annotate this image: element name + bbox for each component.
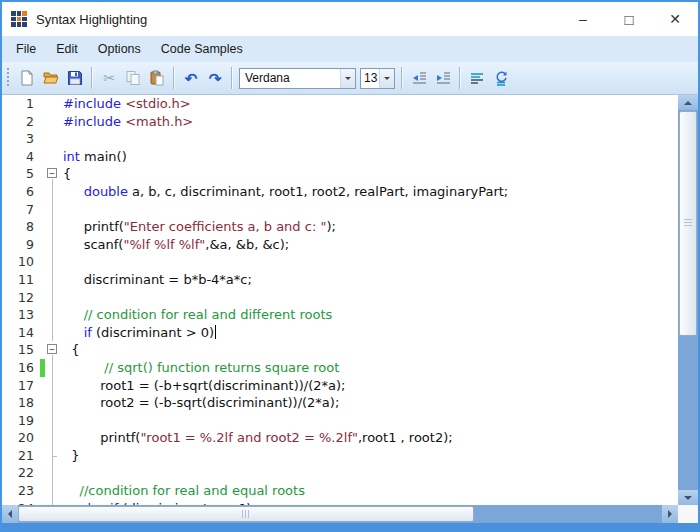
- vertical-scroll-thumb[interactable]: [679, 111, 697, 336]
- scroll-right-button[interactable]: [662, 505, 678, 523]
- line-number[interactable]: 14: [2, 324, 40, 342]
- line-number[interactable]: 11: [2, 271, 40, 289]
- code-line[interactable]: 2#include <math.h>: [2, 113, 678, 131]
- code-line[interactable]: 17 root1 = (-b+sqrt(discriminant))/(2*a)…: [2, 377, 678, 395]
- horizontal-scroll-thumb[interactable]: [18, 506, 474, 522]
- code-text[interactable]: // condition for real and different root…: [61, 306, 332, 324]
- clear-highlight-button[interactable]: [489, 66, 513, 90]
- menu-edit[interactable]: Edit: [46, 36, 88, 62]
- code-text[interactable]: #include <stdio.h>: [61, 95, 191, 113]
- line-number[interactable]: 18: [2, 394, 40, 412]
- scroll-left-button[interactable]: [2, 505, 18, 523]
- code-text[interactable]: [61, 201, 63, 219]
- code-line[interactable]: 9 scanf("%lf %lf %lf",&a, &b, &c);: [2, 236, 678, 254]
- line-number[interactable]: 2: [2, 113, 40, 131]
- code-line[interactable]: 3: [2, 130, 678, 148]
- code-text[interactable]: [61, 289, 63, 307]
- fold-collapse-icon[interactable]: −: [47, 344, 57, 354]
- line-number[interactable]: 6: [2, 183, 40, 201]
- code-line[interactable]: 20 printf("root1 = %.2lf and root2 = %.2…: [2, 429, 678, 447]
- code-line[interactable]: 19: [2, 412, 678, 430]
- font-size-dropdown-button[interactable]: [379, 69, 394, 88]
- minimize-button[interactable]: –: [560, 2, 606, 36]
- code-text[interactable]: printf("Enter coefficients a, b and c: "…: [61, 218, 336, 236]
- line-number[interactable]: 3: [2, 130, 40, 148]
- code-line[interactable]: 6 double a, b, c, discriminant, root1, r…: [2, 183, 678, 201]
- font-size-combobox[interactable]: 13: [360, 68, 395, 89]
- code-text[interactable]: [61, 253, 63, 271]
- cut-button[interactable]: ✂: [97, 66, 121, 90]
- line-number[interactable]: 4: [2, 148, 40, 166]
- line-number[interactable]: 9: [2, 236, 40, 254]
- line-number[interactable]: 23: [2, 482, 40, 500]
- code-line[interactable]: 5−{: [2, 165, 678, 183]
- scroll-up-button[interactable]: [678, 95, 698, 110]
- decrease-indent-button[interactable]: [407, 66, 431, 90]
- code-line[interactable]: 11 discriminant = b*b-4*a*c;: [2, 271, 678, 289]
- code-text[interactable]: [61, 130, 63, 148]
- font-family-dropdown-button[interactable]: [340, 69, 355, 88]
- code-text[interactable]: #include <math.h>: [61, 113, 193, 131]
- line-number[interactable]: 20: [2, 429, 40, 447]
- code-text[interactable]: root1 = (-b+sqrt(discriminant))/(2*a);: [61, 377, 345, 395]
- new-file-button[interactable]: [15, 66, 39, 90]
- vertical-scrollbar[interactable]: [678, 95, 698, 505]
- code-line[interactable]: 23 //condition for real and equal roots: [2, 482, 678, 500]
- line-number[interactable]: 22: [2, 464, 40, 482]
- code-text[interactable]: int main(): [61, 148, 127, 166]
- code-text[interactable]: root2 = (-b-sqrt(discriminant))/(2*a);: [61, 394, 339, 412]
- code-text[interactable]: discriminant = b*b-4*a*c;: [61, 271, 252, 289]
- code-text[interactable]: scanf("%lf %lf %lf",&a, &b, &c);: [61, 236, 289, 254]
- horizontal-scrollbar[interactable]: [2, 505, 678, 523]
- line-number[interactable]: 15: [2, 341, 40, 359]
- code-editor[interactable]: 1#include <stdio.h>2#include <math.h>34i…: [2, 95, 678, 505]
- code-line[interactable]: 22: [2, 464, 678, 482]
- fold-collapse-icon[interactable]: −: [47, 168, 57, 178]
- code-text[interactable]: if (discriminant > 0): [61, 324, 216, 342]
- code-line[interactable]: 16 // sqrt() function returns square roo…: [2, 359, 678, 377]
- code-line[interactable]: 4int main(): [2, 148, 678, 166]
- font-family-combobox[interactable]: Verdana: [239, 68, 356, 89]
- copy-button[interactable]: [121, 66, 145, 90]
- line-number[interactable]: 12: [2, 289, 40, 307]
- code-line[interactable]: 1#include <stdio.h>: [2, 95, 678, 113]
- save-file-button[interactable]: [63, 66, 87, 90]
- menu-options[interactable]: Options: [88, 36, 151, 62]
- line-number[interactable]: 19: [2, 412, 40, 430]
- code-line[interactable]: 13 // condition for real and different r…: [2, 306, 678, 324]
- code-text[interactable]: [61, 412, 63, 430]
- code-text[interactable]: //condition for real and equal roots: [61, 482, 305, 500]
- line-number[interactable]: 7: [2, 201, 40, 219]
- close-button[interactable]: ✕: [652, 2, 698, 36]
- line-number[interactable]: 10: [2, 253, 40, 271]
- code-line[interactable]: 21 }: [2, 447, 678, 465]
- line-number[interactable]: 17: [2, 377, 40, 395]
- code-line[interactable]: 12: [2, 289, 678, 307]
- syntax-highlight-button[interactable]: [465, 66, 489, 90]
- redo-button[interactable]: ↷: [203, 66, 227, 90]
- code-text[interactable]: [61, 464, 63, 482]
- line-number[interactable]: 21: [2, 447, 40, 465]
- code-text[interactable]: {: [61, 341, 80, 359]
- code-text[interactable]: double a, b, c, discriminant, root1, roo…: [61, 183, 508, 201]
- line-number[interactable]: 16: [2, 359, 40, 377]
- code-text[interactable]: }: [61, 447, 80, 465]
- code-line[interactable]: 15− {: [2, 341, 678, 359]
- code-line[interactable]: 10: [2, 253, 678, 271]
- code-line[interactable]: 18 root2 = (-b-sqrt(discriminant))/(2*a)…: [2, 394, 678, 412]
- code-line[interactable]: 14 if (discriminant > 0): [2, 324, 678, 342]
- line-number[interactable]: 13: [2, 306, 40, 324]
- menu-file[interactable]: File: [6, 36, 46, 62]
- line-number[interactable]: 8: [2, 218, 40, 236]
- code-text[interactable]: printf("root1 = %.2lf and root2 = %.2lf"…: [61, 429, 453, 447]
- maximize-button[interactable]: □: [606, 2, 652, 36]
- code-text[interactable]: // sqrt() function returns square root: [61, 359, 339, 377]
- open-file-button[interactable]: [39, 66, 63, 90]
- undo-button[interactable]: ↶: [179, 66, 203, 90]
- line-number[interactable]: 1: [2, 95, 40, 113]
- toolbar-grip[interactable]: [7, 68, 11, 88]
- menu-code-samples[interactable]: Code Samples: [151, 36, 253, 62]
- code-line[interactable]: 7: [2, 201, 678, 219]
- code-line[interactable]: 8 printf("Enter coefficients a, b and c:…: [2, 218, 678, 236]
- scroll-down-button[interactable]: [678, 490, 698, 505]
